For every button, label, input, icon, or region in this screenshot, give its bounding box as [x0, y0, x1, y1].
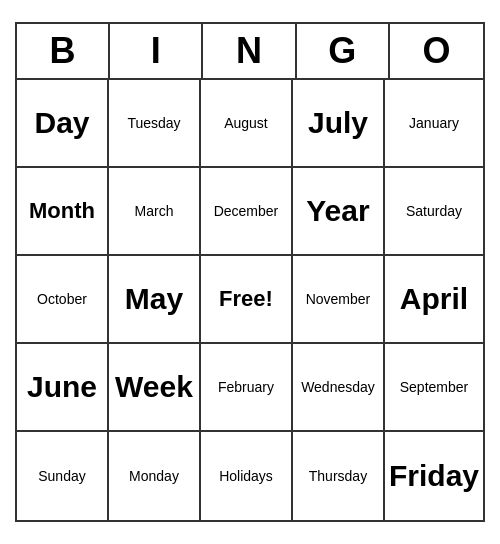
bingo-grid: DayTuesdayAugustJulyJanuaryMonthMarchDec…	[17, 80, 483, 520]
cell-r1-c1: March	[109, 168, 201, 256]
cell-r2-c4: April	[385, 256, 483, 344]
cell-r4-c1: Monday	[109, 432, 201, 520]
cell-r0-c2: August	[201, 80, 293, 168]
cell-r4-c0: Sunday	[17, 432, 109, 520]
cell-r4-c2: Holidays	[201, 432, 293, 520]
cell-r3-c0: June	[17, 344, 109, 432]
header-letter-g: G	[297, 24, 390, 78]
cell-r1-c4: Saturday	[385, 168, 483, 256]
cell-r2-c1: May	[109, 256, 201, 344]
cell-r3-c4: September	[385, 344, 483, 432]
cell-r2-c3: November	[293, 256, 385, 344]
cell-r0-c3: July	[293, 80, 385, 168]
cell-r0-c0: Day	[17, 80, 109, 168]
cell-r3-c1: Week	[109, 344, 201, 432]
cell-r2-c2: Free!	[201, 256, 293, 344]
cell-r3-c3: Wednesday	[293, 344, 385, 432]
cell-r4-c3: Thursday	[293, 432, 385, 520]
bingo-header: BINGO	[17, 24, 483, 80]
cell-r2-c0: October	[17, 256, 109, 344]
cell-r4-c4: Friday	[385, 432, 483, 520]
header-letter-o: O	[390, 24, 483, 78]
header-letter-b: B	[17, 24, 110, 78]
cell-r1-c3: Year	[293, 168, 385, 256]
header-letter-i: I	[110, 24, 203, 78]
cell-r1-c2: December	[201, 168, 293, 256]
cell-r1-c0: Month	[17, 168, 109, 256]
header-letter-n: N	[203, 24, 296, 78]
cell-r0-c1: Tuesday	[109, 80, 201, 168]
cell-r3-c2: February	[201, 344, 293, 432]
cell-r0-c4: January	[385, 80, 483, 168]
bingo-card: BINGO DayTuesdayAugustJulyJanuaryMonthMa…	[15, 22, 485, 522]
